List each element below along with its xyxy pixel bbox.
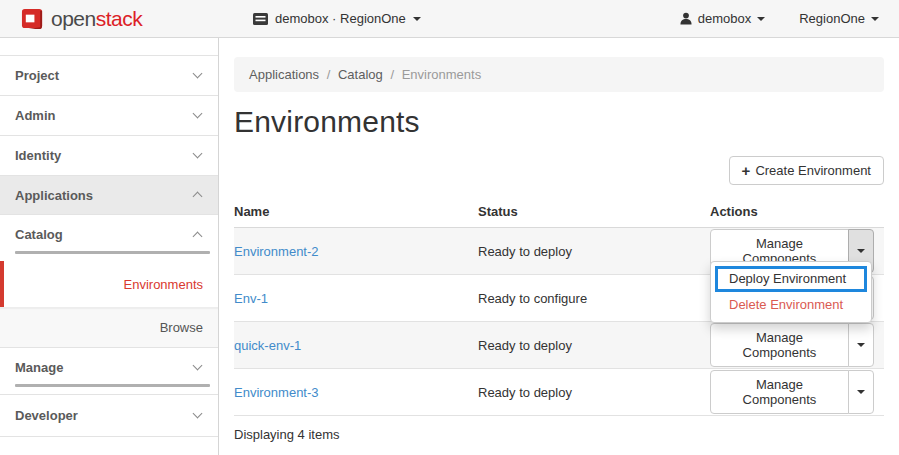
table-row: quick-env-1 Ready to deploy Manage Compo…: [234, 322, 884, 369]
plus-icon: +: [742, 163, 751, 178]
chevron-up-icon: [193, 231, 203, 241]
table-row: Environment-2 Ready to deploy Manage Com…: [234, 228, 884, 275]
column-header-actions: Actions: [710, 198, 884, 228]
breadcrumb-separator: /: [327, 67, 331, 82]
sidebar-item-admin[interactable]: Admin: [0, 95, 218, 135]
chevron-down-icon: [193, 149, 203, 159]
environments-table: Name Status Actions Environment-2 Ready …: [234, 198, 884, 453]
sidebar-item-label: Manage: [15, 360, 63, 375]
status-cell: Ready to deploy: [478, 369, 710, 416]
section-underline: [15, 384, 210, 387]
delete-environment-menu-item[interactable]: Delete Environment: [711, 292, 871, 318]
sidebar-item-label: Admin: [15, 108, 55, 123]
region-menu-label: RegionOne: [799, 11, 865, 26]
main-content: Applications / Catalog / Environments En…: [219, 38, 899, 455]
sidebar-item-label: Identity: [15, 148, 61, 163]
sidebar-item-label: Catalog: [15, 227, 63, 242]
create-environment-label: Create Environment: [755, 163, 871, 178]
caret-down-icon: [857, 390, 865, 394]
breadcrumb-separator: /: [390, 67, 394, 82]
sidebar-item-catalog[interactable]: Catalog: [0, 214, 218, 254]
chevron-down-icon: [757, 17, 765, 21]
user-menu[interactable]: demobox: [680, 11, 765, 26]
sidebar-item-manage[interactable]: Manage: [0, 347, 218, 387]
openstack-logo[interactable]: openstack: [0, 7, 219, 30]
sidebar-item-applications[interactable]: Applications: [0, 175, 218, 214]
status-cell: Ready to deploy: [478, 322, 710, 369]
sidebar-item-label: Environments: [124, 277, 203, 292]
chevron-down-icon: [193, 361, 203, 371]
sidebar-item-identity[interactable]: Identity: [0, 135, 218, 175]
sidebar-item-label: Browse: [160, 320, 203, 335]
sidebar-item-environments[interactable]: Environments: [0, 261, 218, 307]
environment-link[interactable]: Environment-2: [234, 244, 319, 259]
table-toolbar: + Create Environment: [234, 156, 884, 185]
status-cell: Ready to deploy: [478, 228, 710, 275]
chevron-down-icon: [413, 17, 421, 21]
sidebar-top-strip: [0, 38, 218, 55]
status-cell: Ready to configure: [478, 275, 710, 322]
user-menu-label: demobox: [698, 11, 751, 26]
breadcrumb-applications[interactable]: Applications: [249, 67, 319, 82]
row-actions-dropdown-toggle[interactable]: [848, 370, 874, 414]
project-list-icon: [253, 13, 268, 25]
table-header-row: Name Status Actions: [234, 198, 884, 228]
sidebar-item-developer[interactable]: Developer: [0, 394, 218, 436]
sidebar-item-project[interactable]: Project: [0, 55, 218, 95]
caret-down-icon: [857, 249, 865, 253]
openstack-wordmark: openstack: [51, 8, 142, 29]
sidebar-divider: [0, 436, 218, 437]
table-row: Environment-3 Ready to deploy Manage Com…: [234, 369, 884, 416]
user-icon: [680, 12, 692, 25]
caret-down-icon: [857, 343, 865, 347]
column-header-name[interactable]: Name: [234, 198, 478, 228]
breadcrumb: Applications / Catalog / Environments: [234, 57, 884, 92]
page-title: Environments: [234, 105, 884, 139]
breadcrumb-current: Environments: [402, 67, 481, 82]
row-actions-dropdown-menu: Deploy Environment Delete Environment: [710, 261, 872, 323]
environment-link[interactable]: Environment-3: [234, 385, 319, 400]
column-header-status[interactable]: Status: [478, 198, 710, 228]
chevron-down-icon: [871, 17, 879, 21]
sidebar-item-browse[interactable]: Browse: [0, 307, 218, 347]
sidebar-item-label: Developer: [15, 408, 78, 423]
region-menu[interactable]: RegionOne: [799, 11, 879, 26]
topbar-right-group: demobox RegionOne: [680, 11, 899, 26]
item-count-label: Displaying 4 items: [234, 416, 884, 454]
project-region-switcher[interactable]: demobox · RegionOne: [253, 11, 421, 26]
environment-link[interactable]: quick-env-1: [234, 338, 301, 353]
manage-components-button[interactable]: Manage Components: [710, 323, 849, 367]
openstack-cube-icon: [21, 7, 44, 30]
sidebar-item-label: Applications: [15, 188, 93, 203]
sidebar-item-label: Project: [15, 68, 59, 83]
create-environment-button[interactable]: + Create Environment: [729, 156, 884, 185]
breadcrumb-catalog[interactable]: Catalog: [338, 67, 383, 82]
chevron-down-icon: [193, 409, 203, 419]
environment-link[interactable]: Env-1: [234, 291, 268, 306]
section-underline: [15, 251, 210, 254]
context-switcher-label: demobox · RegionOne: [275, 11, 406, 26]
chevron-up-icon: [193, 192, 203, 202]
top-navbar: openstack demobox · RegionOne demobox: [0, 0, 899, 38]
deploy-environment-menu-item[interactable]: Deploy Environment: [715, 266, 867, 292]
row-actions-dropdown-toggle[interactable]: [848, 323, 874, 367]
manage-components-button[interactable]: Manage Components: [710, 370, 849, 414]
chevron-down-icon: [193, 109, 203, 119]
table-footer-row: Displaying 4 items: [234, 416, 884, 454]
sidebar-nav: Project Admin Identity Applications Cata…: [0, 38, 219, 455]
chevron-down-icon: [193, 69, 203, 79]
